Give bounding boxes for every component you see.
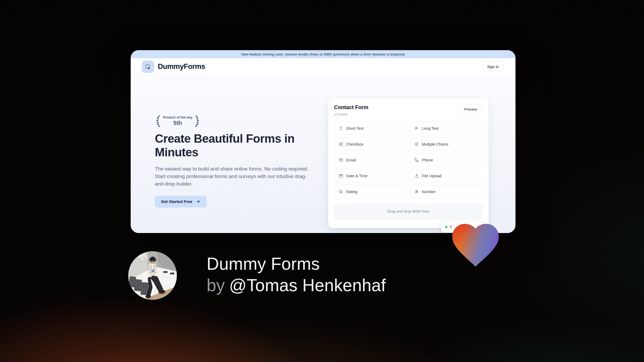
- field-date-time[interactable]: Date & Time: [334, 169, 407, 182]
- sign-in-button[interactable]: Sign In: [482, 62, 504, 72]
- field-label: Phone: [422, 158, 433, 162]
- browser-window: New feature coming soon: receive emails …: [131, 50, 515, 233]
- long-text-icon: [414, 126, 419, 131]
- site-header: DummyForms Sign In: [131, 58, 515, 75]
- drag-select-icon: [144, 63, 151, 70]
- credit-author: @Tomas Henkenhaf: [229, 276, 386, 295]
- preview-button[interactable]: Preview: [459, 104, 483, 114]
- field-label: Rating: [346, 190, 357, 194]
- field-label: Short Text: [346, 126, 364, 131]
- credit-product-name: Dummy Forms: [207, 253, 386, 275]
- announcement-banner: New feature coming soon: receive emails …: [131, 50, 515, 58]
- credit-text: Dummy Forms by@Tomas Henkenhaf: [207, 253, 386, 296]
- dummyforms-logo[interactable]: [142, 61, 154, 73]
- field-number[interactable]: Number: [410, 185, 483, 198]
- online-dot-icon: [445, 226, 448, 228]
- field-short-text[interactable]: Short Text: [334, 122, 407, 135]
- upload-icon: [414, 173, 419, 178]
- form-field-count: 10 fields: [334, 112, 368, 116]
- field-label: Number: [422, 190, 436, 194]
- dropzone-label: Drag and drop fields here: [387, 209, 430, 213]
- short-text-icon: [339, 126, 343, 131]
- field-label: Multiple Choice: [422, 142, 448, 146]
- avatar-photo: [128, 251, 177, 300]
- phone-icon: [414, 158, 419, 162]
- arrow-right-icon: [196, 199, 200, 204]
- form-title: Contact Form: [334, 104, 368, 110]
- product-of-the-day-badge: Product of the day 5th: [155, 114, 200, 128]
- checkbox-icon: [339, 142, 343, 146]
- field-palette: Short Text Long Text Checkbox: [334, 122, 483, 198]
- card-header: Contact Form 10 fields Preview: [334, 104, 483, 116]
- field-multiple-choice[interactable]: Multiple Choice: [410, 138, 483, 151]
- hero-description: The easiest way to build and share onlin…: [155, 165, 316, 188]
- hero-title: Create Beautiful Forms in Minutes: [155, 132, 306, 159]
- field-phone[interactable]: Phone: [410, 153, 483, 167]
- laurel-right-icon: [194, 114, 200, 128]
- get-started-button[interactable]: Get Started Free: [155, 196, 207, 208]
- brand-name: DummyForms: [158, 62, 205, 71]
- field-label: Long Text: [422, 126, 439, 131]
- field-long-text[interactable]: Long Text: [410, 122, 483, 135]
- form-builder-card: Contact Form 10 fields Preview Short Tex…: [328, 98, 489, 228]
- field-email[interactable]: Email: [334, 153, 407, 167]
- hero-section: Product of the day 5th Create Beautiful …: [131, 75, 515, 233]
- hash-icon: [414, 189, 419, 194]
- credit-by: by: [207, 276, 225, 295]
- field-rating[interactable]: Rating: [334, 185, 407, 198]
- envelope-icon: [339, 158, 343, 162]
- field-label: Date & Time: [346, 174, 368, 178]
- field-label: Checkbox: [346, 142, 363, 146]
- radio-icon: [414, 142, 419, 146]
- avatar: [128, 251, 177, 300]
- laurel-left-icon: [155, 114, 161, 128]
- badge-title: Product of the day: [163, 116, 192, 119]
- hero-left-column: Product of the day 5th Create Beautiful …: [155, 114, 316, 208]
- badge-rank: 5th: [163, 120, 192, 127]
- field-checkbox[interactable]: Checkbox: [334, 138, 407, 151]
- field-file-upload[interactable]: File Upload: [410, 169, 483, 182]
- field-label: Email: [346, 158, 356, 162]
- cta-label: Get Started Free: [161, 199, 192, 204]
- announcement-text: New feature coming soon: receive emails …: [241, 52, 405, 56]
- gradient-heart-icon: [448, 217, 503, 268]
- calendar-icon: [339, 173, 343, 178]
- field-label: File Upload: [422, 174, 441, 178]
- star-icon: [339, 189, 343, 194]
